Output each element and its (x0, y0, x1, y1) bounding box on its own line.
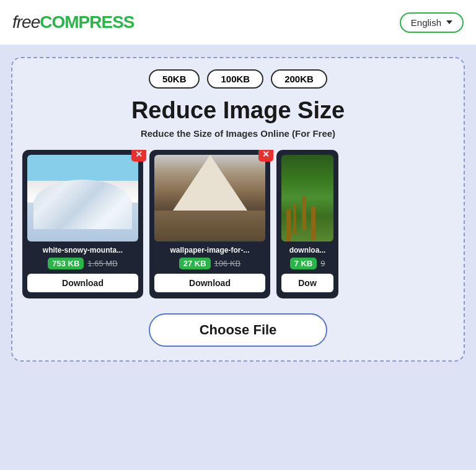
choose-file-button[interactable]: Choose File (149, 313, 328, 347)
image-card-2: downloa... 7 KB 9 Dow (276, 150, 338, 298)
close-button-0[interactable]: ✕ (131, 150, 146, 162)
card-filename-2: downloa... (281, 246, 333, 255)
size-btn-100kb[interactable]: 100KB (207, 69, 263, 89)
language-selector[interactable]: English (400, 12, 464, 33)
card-image-1 (154, 155, 265, 242)
download-button-1[interactable]: Download (154, 274, 265, 292)
card-sizes-2: 7 KB 9 (290, 258, 325, 269)
card-sizes-0: 753 KB 1.65 MB (48, 258, 118, 269)
download-button-2[interactable]: Dow (281, 274, 333, 292)
image-card-0: ✕ white-snowy-mounta... 753 KB 1.65 MB D… (22, 150, 143, 298)
original-size-2: 9 (320, 259, 325, 268)
logo-free-text: free (12, 12, 40, 32)
main-content: 50KB 100KB 200KB Reduce Image Size Reduc… (0, 45, 476, 470)
chevron-down-icon (446, 20, 452, 24)
language-label: English (411, 17, 441, 28)
card-filename-1: wallpaper-image-for-... (154, 246, 265, 255)
original-size-1: 106 KB (214, 259, 241, 268)
subtitle: Reduce the Size of Images Online (For Fr… (141, 128, 335, 139)
dashed-container: 50KB 100KB 200KB Reduce Image Size Reduc… (11, 57, 465, 362)
original-size-0: 1.65 MB (87, 259, 117, 268)
logo-compress-text: COMPRESS (40, 12, 134, 32)
card-image-2 (281, 155, 333, 242)
header: freeCOMPRESS English (0, 0, 476, 45)
size-btn-50kb[interactable]: 50KB (149, 69, 200, 89)
size-btn-200kb[interactable]: 200KB (271, 69, 327, 89)
main-title: Reduce Image Size (131, 97, 345, 124)
close-button-1[interactable]: ✕ (258, 150, 273, 162)
cards-row: ✕ white-snowy-mounta... 753 KB 1.65 MB D… (22, 150, 454, 298)
card-filename-0: white-snowy-mounta... (27, 246, 138, 255)
compressed-size-1: 27 KB (179, 258, 211, 269)
download-button-0[interactable]: Download (27, 274, 138, 292)
compressed-size-0: 753 KB (48, 258, 84, 269)
logo: freeCOMPRESS (12, 12, 134, 32)
size-buttons-row: 50KB 100KB 200KB (149, 69, 327, 89)
card-image-0 (27, 155, 138, 242)
card-sizes-1: 27 KB 106 KB (179, 258, 241, 269)
image-card-1: ✕ wallpaper-image-for-... 27 KB 106 KB D… (149, 150, 270, 298)
compressed-size-2: 7 KB (290, 258, 317, 269)
